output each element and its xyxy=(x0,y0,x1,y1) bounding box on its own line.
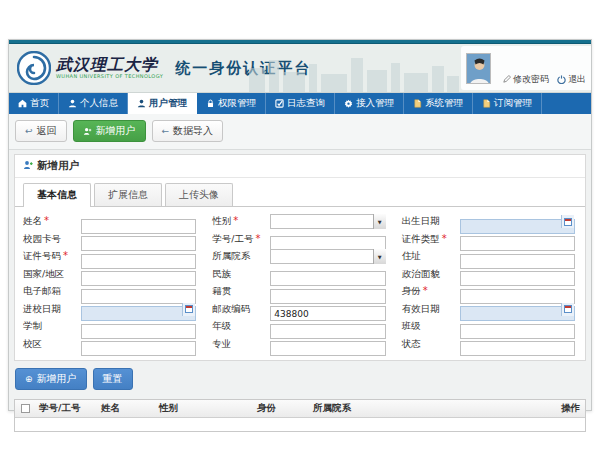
nav-item-user[interactable]: 个人信息 xyxy=(59,93,128,114)
import-arrow-icon: ← xyxy=(162,127,170,136)
toolbar-add-user-label: 新增用户 xyxy=(96,124,136,138)
field-control xyxy=(81,319,196,334)
section-title-bar: 新增用户 xyxy=(15,155,585,178)
nav-item-gear[interactable]: 接入管理 xyxy=(335,93,404,114)
field-label: 邮政编码 xyxy=(212,303,270,316)
field-label: 性别* xyxy=(212,215,270,228)
field-control xyxy=(81,232,196,247)
field-text-input[interactable] xyxy=(270,341,385,356)
user-avatar xyxy=(466,53,491,84)
university-name-en: WUHAN UNIVERSITY OF TECHNOLOGY xyxy=(56,74,163,80)
university-logo xyxy=(17,51,51,85)
form-field-row: 政治面貌 xyxy=(402,266,575,284)
subscribe-icon xyxy=(482,99,491,108)
nav-item-subscribe[interactable]: 订阅管理 xyxy=(473,93,542,114)
field-label: 住址 xyxy=(402,250,460,263)
field-label: 证件号码* xyxy=(23,250,81,263)
change-password-link[interactable]: 修改密码 xyxy=(503,73,549,86)
header-links: 修改密码 退出 xyxy=(503,73,586,86)
nav-item-label: 权限管理 xyxy=(218,97,256,110)
permission-icon xyxy=(206,99,215,108)
plus-circle-icon: ⊕ xyxy=(25,375,33,384)
field-label: 证件类型* xyxy=(402,233,460,246)
form-field-row: 出生日期 xyxy=(402,213,575,231)
field-select[interactable] xyxy=(270,249,385,264)
field-control xyxy=(460,302,575,317)
field-control xyxy=(270,267,385,282)
table-header-4: 身份 xyxy=(253,402,309,415)
form-actions: ⊕ 新增用户 重置 xyxy=(9,361,591,397)
table-header-5: 所属院系 xyxy=(309,402,557,415)
change-password-label: 修改密码 xyxy=(513,73,549,86)
calendar-icon[interactable] xyxy=(182,303,195,316)
form-field-row: 籍贯 xyxy=(212,283,385,301)
field-label: 籍贯 xyxy=(212,285,270,298)
field-text-input[interactable] xyxy=(81,341,196,356)
nav-item-label: 接入管理 xyxy=(356,97,394,110)
gear-icon xyxy=(344,99,353,108)
form-field-row: 姓名* xyxy=(23,213,196,231)
data-import-label: 数据导入 xyxy=(173,124,213,138)
logout-link[interactable]: 退出 xyxy=(557,73,586,86)
field-label: 政治面貌 xyxy=(402,268,460,281)
field-text-input[interactable] xyxy=(460,341,575,356)
back-button-label: 返回 xyxy=(37,124,57,138)
form-field-row: 校园卡号 xyxy=(23,231,196,249)
select-all-checkbox[interactable] xyxy=(21,404,30,413)
form-field-row: 学制 xyxy=(23,318,196,336)
form-field-row: 民族 xyxy=(212,266,385,284)
form-field-row: 专业 xyxy=(212,336,385,354)
field-label: 进校日期 xyxy=(23,303,81,316)
field-label: 年级 xyxy=(212,320,270,333)
nav-item-home[interactable]: 首页 xyxy=(9,93,59,114)
tab-2[interactable]: 上传头像 xyxy=(165,183,233,206)
toolbar-add-user-button[interactable]: 新增用户 xyxy=(73,120,146,142)
form-column: 出生日期证件类型*住址政治面貌身份*有效日期班级状态 xyxy=(402,213,575,353)
field-control xyxy=(81,337,196,352)
reset-button-label: 重置 xyxy=(103,372,123,386)
field-control xyxy=(270,337,385,352)
chevron-down-icon[interactable]: ▼ xyxy=(373,214,386,229)
table-header-2: 姓名 xyxy=(97,402,155,415)
calendar-icon[interactable] xyxy=(561,303,574,316)
table-header-1: 学号/工号 xyxy=(35,402,97,415)
form-field-row: 性别*▼ xyxy=(212,213,385,231)
field-label: 学制 xyxy=(23,320,81,333)
nav-item-permission[interactable]: 权限管理 xyxy=(197,93,266,114)
tab-0[interactable]: 基本信息 xyxy=(23,183,91,207)
field-control xyxy=(460,337,575,352)
field-control xyxy=(81,249,196,264)
tab-1[interactable]: 扩展信息 xyxy=(94,183,162,206)
back-button[interactable]: ↩ 返回 xyxy=(15,120,67,142)
form-column: 姓名*校园卡号证件号码*国家/地区电子邮箱进校日期学制校区 xyxy=(23,213,196,353)
submit-add-user-button[interactable]: ⊕ 新增用户 xyxy=(15,368,87,390)
field-label: 身份* xyxy=(402,285,460,298)
reset-button[interactable]: 重置 xyxy=(93,368,133,390)
main-nav: 首页个人信息用户管理权限管理日志查询接入管理系统管理订阅管理 xyxy=(9,93,591,114)
form-field-row: 学号/工号* xyxy=(212,231,385,249)
home-icon xyxy=(18,99,27,108)
chevron-down-icon[interactable]: ▼ xyxy=(373,249,386,264)
nav-item-users[interactable]: 用户管理 xyxy=(128,93,197,114)
form-field-row: 电子邮箱 xyxy=(23,283,196,301)
field-label: 所属院系 xyxy=(212,250,270,263)
form-field-row: 进校日期 xyxy=(23,301,196,319)
pencil-icon xyxy=(503,75,511,83)
calendar-icon[interactable] xyxy=(561,215,574,228)
field-control: ▼ xyxy=(270,249,385,264)
field-select[interactable] xyxy=(270,214,385,229)
required-asterisk: * xyxy=(256,233,261,244)
data-import-button[interactable]: ← 数据导入 xyxy=(152,120,224,142)
field-control xyxy=(270,302,385,317)
header: 武汉理工大学 WUHAN UNIVERSITY OF TECHNOLOGY 统一… xyxy=(9,44,591,93)
required-asterisk: * xyxy=(442,233,447,244)
app-window: 武汉理工大学 WUHAN UNIVERSITY OF TECHNOLOGY 统一… xyxy=(8,39,592,411)
field-label: 国家/地区 xyxy=(23,268,81,281)
field-control xyxy=(270,232,385,247)
nav-item-log[interactable]: 日志查询 xyxy=(266,93,335,114)
field-label: 电子邮箱 xyxy=(23,285,81,298)
form-tabs: 基本信息扩展信息上传头像 xyxy=(15,178,585,207)
required-asterisk: * xyxy=(63,250,68,261)
field-label: 出生日期 xyxy=(402,215,460,228)
nav-item-system[interactable]: 系统管理 xyxy=(404,93,473,114)
